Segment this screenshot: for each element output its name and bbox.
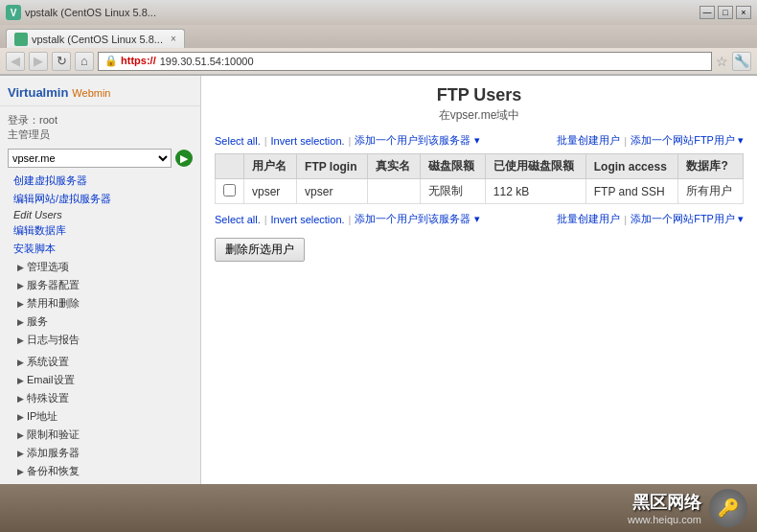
forward-button[interactable]: ▶ [29, 52, 48, 71]
sidebar-item-edit-db[interactable]: 编辑数据库 [0, 221, 200, 240]
col-checkbox [216, 154, 244, 179]
sidebar-item-logs-reports-label: 日志与报告 [27, 333, 80, 347]
sidebar: Virtualmin Webmin 登录：root 主管理员 vpser.me … [0, 76, 201, 532]
row-real-name [368, 179, 421, 204]
sidebar-item-install-script[interactable]: 安装脚本 [0, 240, 200, 258]
arrow-icon-8: ▶ [17, 394, 24, 404]
url-text: 199.30.51.54:10000 [160, 56, 254, 67]
bottom-action-right: 批量创建用户 | 添加一个网站FTP用户 ▾ [557, 212, 744, 226]
col-disk-quota: 磁盘限额 [421, 154, 486, 179]
sidebar-item-backup-restore-label: 备份和恢复 [27, 464, 80, 478]
user-login: 登录：root [8, 113, 193, 127]
arrow-icon-4: ▶ [17, 317, 24, 327]
content-area: FTP Users 在vpser.me域中 Select all. | Inve… [201, 76, 757, 532]
sidebar-item-email-settings[interactable]: ▶ Email设置 [0, 371, 200, 389]
tab-close-icon[interactable]: × [171, 34, 176, 44]
arrow-icon-9: ▶ [17, 412, 24, 422]
watermark: 黑区网络 www.heiqu.com 🔑 [628, 489, 747, 527]
server-select[interactable]: vpser.me [8, 149, 172, 168]
nav-bar: ◀ ▶ ↻ ⌂ 🔒 https:// 199.30.51.54:10000 ☆ … [0, 48, 757, 75]
active-tab[interactable]: vpstalk (CentOS Linux 5.8... × [6, 29, 185, 48]
refresh-button[interactable]: ↻ [52, 52, 71, 71]
tools-icon[interactable]: 🔧 [732, 52, 751, 71]
row-disk-used: 112 kB [485, 179, 585, 204]
users-table: 用户名 FTP login 真实名 磁盘限额 已使用磁盘限额 Login acc… [215, 153, 744, 204]
sidebar-item-logs-reports[interactable]: ▶ 日志与报告 [0, 331, 200, 349]
row-username: vpser [244, 179, 297, 204]
table-row: vpser vpser 无限制 112 kB FTP and SSH 所有用户 [216, 179, 744, 204]
sidebar-item-server-config-label: 服务器配置 [27, 278, 80, 292]
sidebar-item-add-server[interactable]: ▶ 添加服务器 [0, 444, 200, 462]
tab-favicon [14, 33, 28, 46]
sidebar-item-ip-address[interactable]: ▶ IP地址 [0, 407, 200, 426]
arrow-icon-3: ▶ [17, 299, 24, 309]
tab-title: vpstalk (CentOS Linux 5.8... [32, 34, 163, 45]
arrow-icon: ▶ [17, 263, 24, 272]
sidebar-item-services[interactable]: ▶ 服务 [0, 312, 200, 331]
col-username: 用户名 [244, 154, 297, 179]
user-info: 登录：root 主管理员 [0, 110, 200, 145]
sidebar-item-ban-delete[interactable]: ▶ 禁用和删除 [0, 294, 200, 312]
window-controls: — □ × [700, 6, 751, 19]
arrow-icon-5: ▶ [17, 335, 24, 345]
sidebar-item-manage-options[interactable]: ▶ 管理选项 [0, 258, 200, 276]
sidebar-item-special-settings-label: 特殊设置 [27, 391, 69, 405]
col-login-access: Login access [585, 154, 678, 179]
top-action-bar: Select all. | Invert selection. | 添加一个用户… [215, 133, 744, 148]
select-all-bottom-link[interactable]: Select all. [215, 214, 261, 225]
virtualmin-label: Virtualmin [8, 85, 68, 100]
close-button[interactable]: × [736, 6, 751, 19]
row-login-access: FTP and SSH [585, 179, 678, 204]
sidebar-item-server-config[interactable]: ▶ 服务器配置 [0, 276, 200, 294]
delete-selected-button[interactable]: 删除所选用户 [215, 238, 305, 262]
address-bar[interactable]: 🔒 https:// 199.30.51.54:10000 [98, 52, 712, 71]
top-action-right: 批量创建用户 | 添加一个网站FTP用户 ▾ [557, 133, 744, 148]
batch-create-top-link[interactable]: 批量创建用户 [557, 133, 620, 148]
sidebar-item-edit-vhost[interactable]: 编辑网站/虚拟服务器 [0, 190, 200, 208]
minimize-button[interactable]: — [700, 6, 715, 19]
arrow-icon-6: ▶ [17, 358, 24, 367]
sidebar-item-email-settings-label: Email设置 [27, 373, 75, 387]
sidebar-item-sys-settings[interactable]: ▶ 系统设置 [0, 353, 200, 371]
sidebar-item-manage-options-label: 管理选项 [27, 260, 69, 274]
watermark-site: 黑区网络 [628, 491, 701, 514]
col-database: 数据库? [678, 154, 744, 179]
sidebar-item-services-label: 服务 [27, 314, 48, 329]
add-ftp-user-top-link[interactable]: 添加一个网站FTP用户 ▾ [631, 133, 744, 148]
go-button[interactable]: ▶ [175, 150, 193, 167]
arrow-icon-12: ▶ [17, 467, 24, 476]
sidebar-item-create-vhost[interactable]: 创建虚拟服务器 [0, 172, 200, 190]
arrow-icon-7: ▶ [17, 376, 24, 385]
https-icon: 🔒 https:// [104, 55, 156, 67]
user-role: 主管理员 [8, 127, 193, 142]
add-ftp-user-bottom-link[interactable]: 添加一个网站FTP用户 ▾ [631, 212, 744, 226]
window-title: vpstalk (CentOS Linux 5.8... [25, 7, 156, 18]
sidebar-item-ban-delete-label: 禁用和删除 [27, 296, 80, 311]
sidebar-item-sys-settings-label: 系统设置 [27, 355, 69, 369]
maximize-button[interactable]: □ [718, 6, 733, 19]
invert-selection-top-link[interactable]: Invert selection. [271, 135, 345, 147]
batch-create-bottom-link[interactable]: 批量创建用户 [557, 212, 620, 226]
select-all-top-link[interactable]: Select all. [215, 135, 261, 147]
sidebar-item-limit-verify[interactable]: ▶ 限制和验证 [0, 426, 200, 444]
home-button[interactable]: ⌂ [75, 52, 94, 71]
server-select-row: vpser.me ▶ [0, 145, 200, 172]
main-layout: Virtualmin Webmin 登录：root 主管理员 vpser.me … [0, 76, 757, 532]
title-bar: V vpstalk (CentOS Linux 5.8... — □ × [0, 0, 757, 25]
bookmark-star-icon[interactable]: ☆ [716, 54, 728, 69]
invert-selection-bottom-link[interactable]: Invert selection. [271, 214, 345, 225]
app-icon: V [6, 5, 21, 20]
arrow-icon-11: ▶ [17, 449, 24, 458]
sidebar-item-backup-restore[interactable]: ▶ 备份和恢复 [0, 462, 200, 480]
back-button[interactable]: ◀ [6, 52, 25, 71]
add-user-bottom-link[interactable]: 添加一个用户到该服务器 ▾ [355, 212, 479, 226]
col-disk-used: 已使用磁盘限额 [485, 154, 585, 179]
watermark-logo: 🔑 [709, 489, 747, 527]
row-ftp-login: vpser [297, 179, 368, 204]
sidebar-item-add-server-label: 添加服务器 [27, 446, 80, 460]
sidebar-item-special-settings[interactable]: ▶ 特殊设置 [0, 389, 200, 407]
webmin-label: Webmin [72, 87, 110, 99]
watermark-area: 黑区网络 www.heiqu.com 🔑 [0, 484, 757, 532]
add-user-top-link[interactable]: 添加一个用户到该服务器 ▾ [355, 133, 479, 148]
row-checkbox[interactable] [223, 184, 236, 197]
